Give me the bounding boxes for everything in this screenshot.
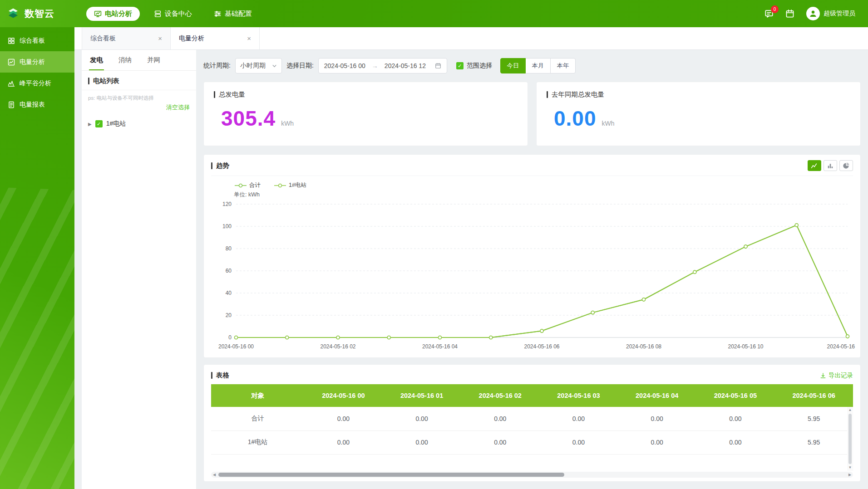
station-checkbox[interactable]: ✓ xyxy=(95,120,103,127)
quick-range-button[interactable]: 本月 xyxy=(525,58,551,73)
table-cell: 5.95 xyxy=(774,407,853,430)
stat-cards: 总发电量305.4kWh去年同期总发电量0.00kWh xyxy=(203,82,861,146)
chart-type-toggles xyxy=(808,160,853,171)
svg-text:80: 80 xyxy=(226,245,232,252)
nav-item-base-config[interactable]: 基础配置 xyxy=(206,7,260,21)
workspace-tab-energy-analysis[interactable]: 电量分析× xyxy=(171,27,260,49)
range-select-label: 范围选择 xyxy=(467,62,492,70)
quick-range-button[interactable]: 本年 xyxy=(550,58,576,73)
messages-button[interactable]: 0 xyxy=(764,9,774,18)
device-center-icon xyxy=(154,10,162,18)
scroll-down-icon[interactable]: ▼ xyxy=(848,465,852,471)
legend-item[interactable]: 1#电站 xyxy=(274,181,306,189)
sidebar-item-energy-analysis[interactable]: 电量分析 xyxy=(0,51,74,73)
scroll-right-icon[interactable]: ▶ xyxy=(847,473,853,477)
workspace-tab-dashboard[interactable]: 综合看板× xyxy=(82,27,171,49)
svg-text:20: 20 xyxy=(226,312,232,318)
quick-range-button[interactable]: 今日 xyxy=(500,58,526,73)
nav-item-station-analysis[interactable]: 电站分析 xyxy=(86,7,140,21)
chevron-down-icon xyxy=(272,64,277,68)
workspace-tab-label: 综合看板 xyxy=(90,34,116,43)
table-cell: 0.00 xyxy=(696,407,775,430)
trend-card-header: 趋势 xyxy=(211,160,853,176)
panel-tab-generation[interactable]: 发电 xyxy=(89,50,104,70)
panel-tab-grid[interactable]: 并网 xyxy=(146,50,161,70)
vertical-scroll-thumb[interactable] xyxy=(848,414,852,464)
svg-text:120: 120 xyxy=(222,201,232,207)
stat-card-1: 去年同期总发电量0.00kWh xyxy=(536,82,861,146)
station-list-title-text: 电站列表 xyxy=(93,77,119,85)
svg-text:2024-05-16 10: 2024-05-16 10 xyxy=(728,343,763,350)
user-name: 超级管理员 xyxy=(824,10,855,18)
table-cell: 5.95 xyxy=(774,430,853,454)
sidebar-item-label: 峰平谷分析 xyxy=(20,79,51,88)
date-label: 选择日期: xyxy=(286,62,314,70)
table-cell: 0.00 xyxy=(304,430,383,454)
svg-text:40: 40 xyxy=(226,290,232,296)
stat-value-row: 305.4kWh xyxy=(214,106,518,131)
horizontal-scrollbar[interactable]: ◀ ▶ xyxy=(211,472,853,478)
panel-tab-consumption[interactable]: 消纳 xyxy=(118,50,133,70)
nav-item-device-center[interactable]: 设备中心 xyxy=(146,7,200,21)
table-cell: 0.00 xyxy=(383,407,461,430)
table-cell: 0.00 xyxy=(618,430,696,454)
station-tree-item[interactable]: ▶✓1#电站 xyxy=(82,115,196,132)
range-select-checkbox[interactable]: ✓ 范围选择 xyxy=(456,62,492,70)
stat-unit: kWh xyxy=(602,120,615,127)
stat-title: 去年同期总发电量 xyxy=(547,90,850,99)
station-label: 1#电站 xyxy=(106,120,126,128)
logo-icon xyxy=(6,7,21,20)
close-icon[interactable]: × xyxy=(158,34,162,42)
legend-marker-icon xyxy=(235,183,247,188)
table-cell: 0.00 xyxy=(539,430,618,454)
date-end-value: 2024-05-16 12 xyxy=(385,62,426,69)
chart-toggle-line[interactable] xyxy=(808,160,821,171)
scroll-up-icon[interactable]: ▲ xyxy=(848,407,852,413)
app-header: 数智云 电站分析设备中心基础配置 0 超级管理员 xyxy=(0,0,868,27)
date-range-input[interactable]: 2024-05-16 00 → 2024-05-16 12 xyxy=(318,58,447,73)
workspace-tab-strip: 综合看板×电量分析× xyxy=(74,27,868,50)
quick-range-group: 今日本月本年 xyxy=(500,58,576,73)
close-icon[interactable]: × xyxy=(247,34,251,42)
chart-toggle-bar[interactable] xyxy=(824,160,837,171)
calendar-icon xyxy=(785,9,794,18)
sidebar: 综合看板电量分析峰平谷分析电量报表 xyxy=(0,27,74,489)
station-panel: 发电消纳并网 电站列表 ps: 电站与设备不可同时选择 清空选择 ▶✓1#电站 xyxy=(82,50,196,489)
table-title: 表格 xyxy=(211,371,229,380)
chart-unit-label: 单位: kWh xyxy=(234,191,853,199)
sidebar-item-energy-report[interactable]: 电量报表 xyxy=(0,94,74,115)
horizontal-scroll-track[interactable] xyxy=(217,473,847,477)
report-icon xyxy=(8,101,15,108)
export-records-link[interactable]: 导出记录 xyxy=(820,372,853,380)
sidebar-item-peak-valley[interactable]: 峰平谷分析 xyxy=(0,73,74,94)
stat-title-text: 去年同期总发电量 xyxy=(552,90,604,99)
calendar-button[interactable] xyxy=(785,9,794,18)
calendar-icon xyxy=(435,63,441,69)
download-icon xyxy=(820,372,826,379)
message-badge: 0 xyxy=(771,5,779,13)
clear-selection-link[interactable]: 清空选择 xyxy=(166,104,190,111)
arrow-right-icon: → xyxy=(372,62,378,69)
data-table: 对象2024-05-16 002024-05-16 012024-05-16 0… xyxy=(211,384,853,455)
sidebar-item-label: 电量报表 xyxy=(20,101,45,109)
data-table-wrap: 对象2024-05-16 002024-05-16 012024-05-16 0… xyxy=(211,384,853,471)
sidebar-item-dashboard[interactable]: 综合看板 xyxy=(0,30,74,51)
legend-item[interactable]: 合计 xyxy=(235,181,261,189)
caret-right-icon[interactable]: ▶ xyxy=(88,122,92,127)
chart-legend: 合计1#电站 xyxy=(235,181,853,189)
stat-value: 305.4 xyxy=(221,106,276,131)
vertical-scrollbar[interactable]: ▲ ▼ xyxy=(847,407,853,471)
stat-title: 总发电量 xyxy=(214,90,518,99)
horizontal-scroll-thumb[interactable] xyxy=(218,473,564,477)
scroll-left-icon[interactable]: ◀ xyxy=(211,473,217,477)
chart-toggle-pie[interactable] xyxy=(839,160,853,171)
table-column-header: 2024-05-16 02 xyxy=(461,384,539,407)
user-menu[interactable]: 超级管理员 xyxy=(806,7,855,20)
clear-row: 清空选择 xyxy=(82,102,196,115)
period-select[interactable]: 小时周期 xyxy=(235,58,282,73)
logo-text: 数智云 xyxy=(25,7,54,20)
checkbox-check-icon: ✓ xyxy=(456,62,464,69)
sidebar-item-label: 综合看板 xyxy=(20,37,45,45)
table-card: 表格 导出记录 对象2024-05-16 002024-05-16 012024… xyxy=(203,364,861,482)
legend-label: 1#电站 xyxy=(289,181,306,189)
